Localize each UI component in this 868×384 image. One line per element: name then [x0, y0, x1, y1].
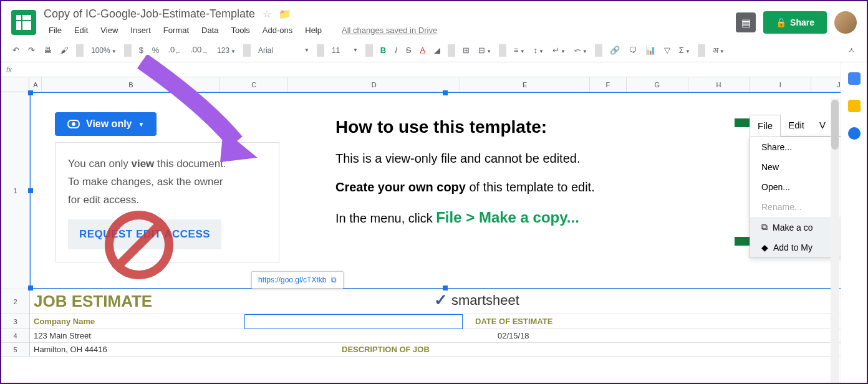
job-estimate-title: JOB ESTIMATE: [34, 292, 152, 311]
menu-view[interactable]: View: [95, 23, 123, 37]
sheets-logo[interactable]: [11, 10, 36, 35]
chart-icon[interactable]: 📊: [642, 43, 659, 57]
menu-data[interactable]: Data: [196, 23, 223, 37]
row-4-cells: 123 Main Street 02/15/18: [30, 329, 867, 343]
valign-button[interactable]: ↕▼: [530, 43, 547, 57]
undo-icon[interactable]: ↶: [9, 43, 23, 57]
number-format-select[interactable]: 123▼: [213, 44, 239, 57]
collapse-icon[interactable]: ㅅ: [844, 42, 859, 59]
menu-file[interactable]: File: [44, 23, 67, 37]
instructions: How to use this template: This is a view…: [335, 117, 685, 239]
text-color-button[interactable]: A: [416, 43, 429, 57]
active-cell[interactable]: [244, 314, 463, 329]
menu-tools[interactable]: Tools: [226, 23, 254, 37]
formula-bar[interactable]: fx: [1, 62, 867, 77]
cells[interactable]: View only ▼ You can only view this docum…: [30, 92, 867, 357]
external-link-icon[interactable]: ⧉: [331, 276, 337, 284]
col-F[interactable]: F: [590, 77, 627, 92]
col-E[interactable]: E: [460, 77, 589, 92]
functions-icon[interactable]: Σ▼: [675, 43, 694, 57]
percent-button[interactable]: %: [148, 43, 163, 57]
mock-tab-v: V: [812, 115, 833, 136]
instruction-row: View only ▼ You can only view this docum…: [30, 92, 867, 289]
row-2-cells: JOB ESTIMATE ✓ smartsheet: [30, 289, 867, 314]
comments-icon[interactable]: ▤: [736, 12, 756, 32]
address-line1: 123 Main Street: [34, 331, 91, 340]
decrease-decimal-button[interactable]: .0←: [164, 42, 185, 59]
header-right: ▤ 🔒 Share: [736, 11, 857, 34]
wrap-button[interactable]: ↵▼: [549, 43, 569, 57]
fill-color-button[interactable]: ◢: [430, 43, 444, 57]
col-G[interactable]: G: [627, 77, 688, 92]
print-icon[interactable]: 🖶: [40, 43, 55, 57]
menu-edit[interactable]: Edit: [69, 23, 93, 37]
view-only-pill: View only ▼: [55, 112, 157, 136]
row-2[interactable]: 2: [1, 289, 29, 314]
menu-insert[interactable]: Insert: [125, 23, 156, 37]
input-tools-icon[interactable]: अ▼: [709, 43, 728, 58]
menu-addons[interactable]: Add-ons: [258, 23, 297, 37]
instructions-title: How to use this template:: [335, 117, 685, 137]
strike-button[interactable]: S: [402, 43, 415, 57]
scrollbar-thumb[interactable]: [831, 100, 839, 150]
col-D[interactable]: D: [288, 77, 460, 92]
check-icon: ✓: [434, 290, 448, 310]
lock-icon: 🔒: [776, 17, 786, 27]
row-headers: 1 2 3 4 5: [1, 92, 30, 357]
halign-button[interactable]: ≡▼: [510, 43, 529, 57]
saved-status[interactable]: All changes saved in Drive: [337, 23, 442, 37]
share-label: Share: [790, 17, 814, 27]
paint-format-icon[interactable]: 🖌: [57, 43, 72, 57]
folder-icon[interactable]: 📁: [279, 8, 291, 20]
merge-button[interactable]: ⊟▼: [475, 43, 495, 57]
row-3[interactable]: 3: [1, 314, 29, 329]
col-H[interactable]: H: [688, 77, 750, 92]
row-1[interactable]: 1: [1, 92, 29, 289]
mock-tab-file: File: [750, 115, 781, 137]
font-select[interactable]: Arial: [254, 44, 298, 57]
link-icon[interactable]: 🔗: [606, 43, 624, 57]
mock-tab-edit: Edit: [781, 115, 812, 136]
view-only-label: View only: [86, 118, 132, 130]
italic-button[interactable]: I: [391, 43, 401, 57]
link-tooltip[interactable]: https://goo.gl/cTXtkb ⧉: [251, 271, 344, 289]
col-A[interactable]: A: [29, 77, 42, 92]
col-B[interactable]: B: [42, 77, 220, 92]
chevron-down-icon: ▼: [138, 121, 145, 128]
col-C[interactable]: C: [220, 77, 288, 92]
calendar-icon[interactable]: [848, 72, 861, 85]
date-label: DATE OF ESTIMATE: [475, 317, 552, 326]
increase-decimal-button[interactable]: .00→: [186, 42, 212, 59]
side-panel: [841, 62, 867, 384]
link-url: https://goo.gl/cTXtkb: [258, 276, 326, 284]
row-5[interactable]: 5: [1, 343, 29, 357]
row-4[interactable]: 4: [1, 329, 29, 343]
rotate-button[interactable]: ⤺▼: [571, 43, 591, 57]
menubar: File Edit View Insert Format Data Tools …: [44, 23, 736, 37]
drive-icon: ◆: [761, 242, 768, 252]
header: Copy of IC-Google-Job-Estimate-Template …: [1, 1, 867, 39]
avatar[interactable]: [834, 11, 857, 34]
keep-icon[interactable]: [848, 100, 861, 112]
redo-icon[interactable]: ↷: [24, 43, 39, 57]
comment-icon[interactable]: 🗨: [625, 43, 640, 57]
document-title[interactable]: Copy of IC-Google-Job-Estimate-Template: [44, 7, 255, 21]
font-size-select[interactable]: 11: [328, 44, 347, 57]
zoom-select[interactable]: 100%▼: [87, 44, 120, 57]
menu-help[interactable]: Help: [300, 23, 327, 37]
company-name-label: Company Name: [34, 317, 95, 326]
bold-button[interactable]: B: [377, 43, 390, 57]
borders-button[interactable]: ⊞: [459, 43, 473, 57]
col-I[interactable]: I: [750, 77, 811, 92]
vertical-scrollbar[interactable]: [831, 98, 839, 383]
menu-format[interactable]: Format: [158, 23, 194, 37]
prohibit-icon: [105, 211, 173, 279]
star-icon[interactable]: ☆: [263, 8, 271, 20]
filter-icon[interactable]: ▽: [660, 43, 674, 57]
fx-label: fx: [6, 65, 12, 74]
title-area: Copy of IC-Google-Job-Estimate-Template …: [44, 7, 736, 37]
share-button[interactable]: 🔒 Share: [763, 11, 827, 34]
currency-button[interactable]: $: [135, 43, 147, 57]
tasks-icon[interactable]: [848, 127, 861, 140]
eye-icon: [67, 120, 80, 128]
